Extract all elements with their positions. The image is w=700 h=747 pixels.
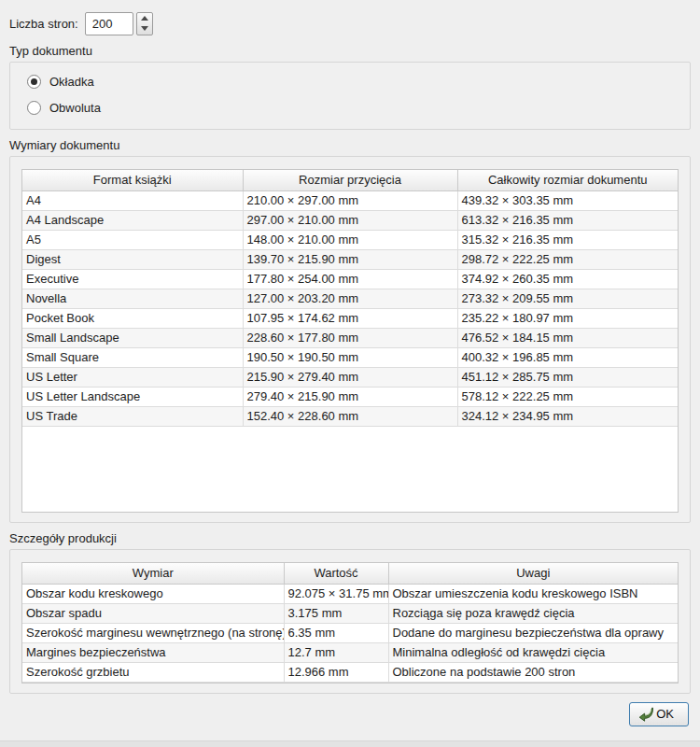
- dimensions-title: Wymiary dokumentu: [9, 138, 691, 152]
- table-cell: 439.32 × 303.35 mm: [457, 190, 678, 210]
- table-cell: 127.00 × 203.20 mm: [243, 289, 457, 308]
- page-count-row: Liczba stron:: [9, 11, 691, 35]
- table-cell: 107.95 × 174.62 mm: [243, 308, 457, 328]
- production-box: WymiarWartośćUwagi Obszar kodu kreskoweg…: [9, 549, 691, 694]
- table-cell: 273.32 × 209.55 mm: [457, 289, 678, 308]
- dimensions-header-row: Format książkiRozmiar przycięciaCałkowit…: [22, 170, 678, 190]
- table-cell: Minimalna odległość od krawędzi cięcia: [388, 642, 678, 662]
- radio-label: Obwoluta: [49, 101, 101, 115]
- table-row[interactable]: A4210.00 × 297.00 mm439.32 × 303.35 mm: [22, 190, 678, 210]
- table-cell: 297.00 × 210.00 mm: [243, 210, 457, 230]
- table-cell: Dodane do marginesu bezpieczeństwa dla o…: [388, 623, 678, 642]
- table-cell: Margines bezpieczeństwa: [22, 642, 284, 662]
- column-header: Format książki: [22, 170, 243, 190]
- table-row[interactable]: US Letter215.90 × 279.40 mm451.12 × 285.…: [22, 367, 678, 387]
- table-cell: US Letter: [22, 367, 243, 387]
- table-cell: 177.80 × 254.00 mm: [243, 269, 457, 289]
- table-cell: 279.40 × 215.90 mm: [243, 387, 457, 406]
- table-cell: Obliczone na podstawie 200 stron: [388, 662, 678, 682]
- table-cell: Obszar spadu: [22, 603, 284, 623]
- dimensions-table-body: A4210.00 × 297.00 mm439.32 × 303.35 mmA4…: [22, 190, 678, 426]
- column-header: Uwagi: [388, 563, 678, 584]
- spin-up-icon[interactable]: [137, 13, 152, 24]
- table-row[interactable]: Szerokość marginesu wewnętrznego (na str…: [22, 623, 678, 642]
- column-header: Wartość: [284, 563, 388, 584]
- table-cell: 3.175 mm: [284, 603, 388, 623]
- window-bottom-edge: [0, 740, 700, 747]
- table-cell: A5: [22, 230, 243, 249]
- ok-arrow-icon: [638, 707, 653, 722]
- table-row[interactable]: Margines bezpieczeństwa12.7 mmMinimalna …: [22, 642, 678, 662]
- dimensions-table: Format książkiRozmiar przycięciaCałkowit…: [21, 169, 679, 513]
- dialog-footer: OK: [11, 702, 689, 726]
- table-row[interactable]: Obszar kodu kreskowego92.075 × 31.75 mmO…: [22, 584, 678, 603]
- table-cell: Small Landscape: [22, 328, 243, 347]
- radio-option-obwoluta[interactable]: Obwoluta: [27, 101, 673, 115]
- table-cell: 578.12 × 222.25 mm: [457, 387, 678, 406]
- table-cell: US Letter Landscape: [22, 387, 243, 406]
- table-row[interactable]: US Trade152.40 × 228.60 mm324.12 × 234.9…: [22, 406, 678, 426]
- table-cell: A4: [22, 190, 243, 210]
- dimensions-box: Format książkiRozmiar przycięciaCałkowit…: [9, 156, 691, 523]
- document-type-options: OkładkaObwoluta: [10, 63, 690, 129]
- table-cell: Executive: [22, 269, 243, 289]
- production-title: Szczegóły produkcji: [9, 531, 691, 545]
- table-row[interactable]: A4 Landscape297.00 × 210.00 mm613.32 × 2…: [22, 210, 678, 230]
- table-cell: Rozciąga się poza krawędź cięcia: [388, 603, 678, 623]
- radio-option-okładka[interactable]: Okładka: [27, 75, 673, 89]
- table-row[interactable]: A5148.00 × 210.00 mm315.32 × 216.35 mm: [22, 230, 678, 249]
- ok-button[interactable]: OK: [629, 702, 689, 726]
- table-cell: 298.72 × 222.25 mm: [457, 249, 678, 269]
- table-cell: 139.70 × 215.90 mm: [243, 249, 457, 269]
- ok-button-label: OK: [656, 707, 674, 721]
- production-header-row: WymiarWartośćUwagi: [22, 563, 678, 584]
- table-cell: 476.52 × 184.15 mm: [457, 328, 678, 347]
- document-type-group: Typ dokumentu OkładkaObwoluta: [9, 44, 691, 130]
- table-cell: Digest: [22, 249, 243, 269]
- radio-label: Okładka: [49, 75, 94, 89]
- table-cell: 215.90 × 279.40 mm: [243, 367, 457, 387]
- table-row[interactable]: Pocket Book107.95 × 174.62 mm235.22 × 18…: [22, 308, 678, 328]
- table-cell: 12.7 mm: [284, 642, 388, 662]
- production-table: WymiarWartośćUwagi Obszar kodu kreskoweg…: [21, 562, 679, 684]
- column-header: Całkowity rozmiar dokumentu: [457, 170, 678, 190]
- table-row[interactable]: Small Square190.50 × 190.50 mm400.32 × 1…: [22, 347, 678, 367]
- table-cell: 210.00 × 297.00 mm: [243, 190, 457, 210]
- table-cell: 92.075 × 31.75 mm: [284, 584, 388, 603]
- table-cell: 152.40 × 228.60 mm: [243, 406, 457, 426]
- table-cell: 613.32 × 216.35 mm: [457, 210, 678, 230]
- table-cell: Obszar umieszczenia kodu kreskowego ISBN: [388, 584, 678, 603]
- page-count-spin-buttons: [136, 12, 153, 35]
- table-row[interactable]: Obszar spadu3.175 mmRozciąga się poza kr…: [22, 603, 678, 623]
- radio-icon[interactable]: [27, 101, 41, 115]
- table-cell: Szerokość grzbietu: [22, 662, 284, 682]
- table-cell: Szerokość marginesu wewnętrznego (na str…: [22, 623, 284, 642]
- table-cell: 315.32 × 216.35 mm: [457, 230, 678, 249]
- table-cell: 190.50 × 190.50 mm: [243, 347, 457, 367]
- table-row[interactable]: Small Landscape228.60 × 177.80 mm476.52 …: [22, 328, 678, 347]
- table-cell: 12.966 mm: [284, 662, 388, 682]
- page-count-spinner: [85, 12, 153, 35]
- table-row[interactable]: Szerokość grzbietu12.966 mmObliczone na …: [22, 662, 678, 682]
- table-row[interactable]: US Letter Landscape279.40 × 215.90 mm578…: [22, 387, 678, 406]
- document-type-title: Typ dokumentu: [9, 44, 691, 58]
- table-row[interactable]: Digest139.70 × 215.90 mm298.72 × 222.25 …: [22, 249, 678, 269]
- table-cell: Pocket Book: [22, 308, 243, 328]
- table-row[interactable]: Executive177.80 × 254.00 mm374.92 × 260.…: [22, 269, 678, 289]
- dimensions-group: Wymiary dokumentu Format książkiRozmiar …: [9, 138, 691, 523]
- table-cell: US Trade: [22, 406, 243, 426]
- page-count-label: Liczba stron:: [9, 17, 78, 31]
- document-type-box: OkładkaObwoluta: [9, 62, 691, 130]
- table-cell: 235.22 × 180.97 mm: [457, 308, 678, 328]
- table-row[interactable]: Novella127.00 × 203.20 mm273.32 × 209.55…: [22, 289, 678, 308]
- spin-down-icon[interactable]: [137, 23, 152, 35]
- page-count-input[interactable]: [85, 12, 133, 35]
- production-table-body: Obszar kodu kreskowego92.075 × 31.75 mmO…: [22, 584, 678, 682]
- table-cell: Small Square: [22, 347, 243, 367]
- table-cell: Novella: [22, 289, 243, 308]
- radio-icon[interactable]: [27, 75, 41, 89]
- production-group: Szczegóły produkcji WymiarWartośćUwagi O…: [9, 531, 691, 694]
- table-cell: 148.00 × 210.00 mm: [243, 230, 457, 249]
- table-cell: 451.12 × 285.75 mm: [457, 367, 678, 387]
- column-header: Wymiar: [22, 563, 284, 584]
